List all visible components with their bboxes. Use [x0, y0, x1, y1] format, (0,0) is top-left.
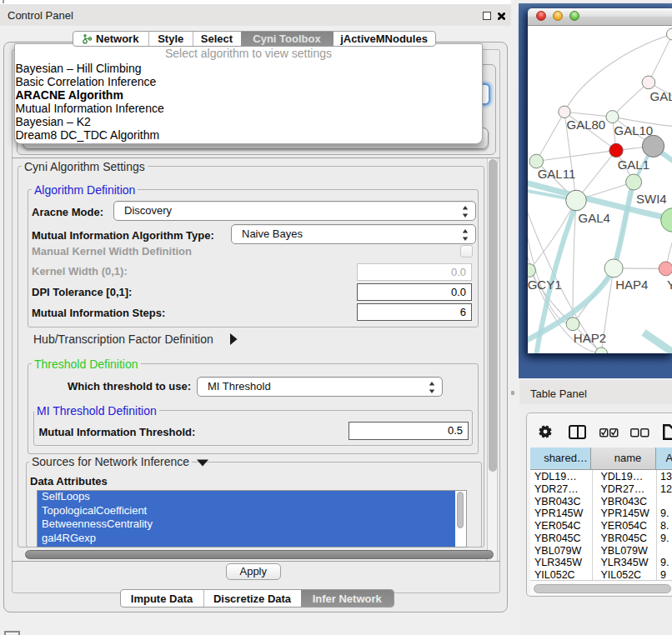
svg-text:GAL1: GAL1: [618, 158, 649, 172]
svg-text:GAL10: GAL10: [614, 123, 654, 138]
svg-text:HAP4: HAP4: [615, 278, 648, 292]
svg-text:GAL8: GAL8: [650, 89, 672, 103]
svg-text:GAL80: GAL80: [567, 118, 606, 132]
svg-text:Y: Y: [667, 278, 672, 292]
svg-text:GCY1: GCY1: [528, 278, 562, 292]
svg-text:GAL4: GAL4: [579, 211, 610, 225]
svg-text:HAP2: HAP2: [574, 331, 606, 345]
svg-text:GAL11: GAL11: [538, 167, 576, 181]
svg-text:SWI4: SWI4: [636, 192, 667, 206]
